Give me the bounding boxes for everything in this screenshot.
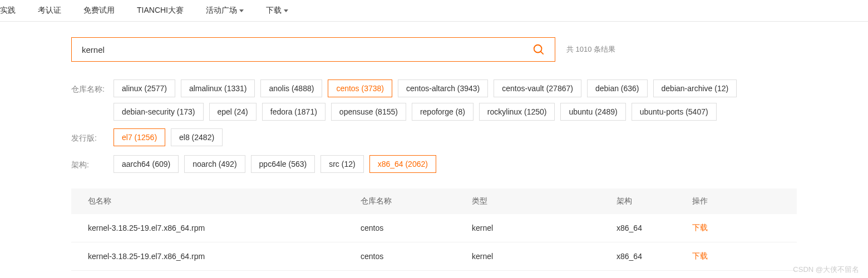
search-input[interactable] [82, 45, 532, 54]
watermark: CSDN @大侠不留名 [793, 265, 859, 271]
table-row: kernel-3.18.25-19.el7.x86_64.rpmcentoske… [71, 242, 797, 271]
filter-tag[interactable]: anolis (4888) [260, 80, 322, 97]
filter-tag[interactable]: debian-security (173) [114, 103, 204, 121]
cell-arch: x86_64 [600, 252, 675, 261]
nav-item-tianchi[interactable]: TIANCHI大赛 [137, 6, 184, 16]
filter-tag[interactable]: opensuse (8155) [331, 103, 406, 121]
nav-item-download[interactable]: 下载 [266, 6, 288, 16]
search-row: 共 1010 条结果 [71, 37, 797, 62]
filter-tag[interactable]: aarch64 (609) [114, 155, 179, 173]
filter-tag[interactable]: epel (24) [209, 103, 257, 121]
filter-tags-arch: aarch64 (609)noarch (492)ppc64le (563)sr… [114, 155, 436, 173]
th-arch: 架构 [600, 196, 675, 206]
filter-tag[interactable]: el8 (2482) [171, 128, 223, 146]
table-row: kernel-3.18.25-19.el7.x86_64.rpmcentoske… [71, 214, 797, 242]
filter-tag[interactable]: centos-vault (27867) [494, 80, 581, 97]
filter-tag[interactable]: noarch (492) [184, 155, 245, 173]
filter-tag[interactable]: alinux (2577) [114, 80, 175, 97]
filter-tag[interactable]: x86_64 (2062) [369, 155, 436, 173]
chevron-down-icon [284, 9, 288, 12]
top-nav: 实践 考认证 免费试用 TIANCHI大赛 活动广场 下载 [0, 0, 868, 22]
filter-tag[interactable]: repoforge (8) [412, 103, 474, 121]
filter-tag[interactable]: ubuntu (2489) [560, 103, 625, 121]
filter-tag[interactable]: almalinux (1331) [181, 80, 255, 97]
filter-tag[interactable]: centos (3738) [328, 80, 392, 97]
th-name: 包名称 [71, 196, 344, 206]
nav-item-practice[interactable]: 实践 [0, 6, 16, 16]
filter-tag[interactable]: debian-archive (12) [653, 80, 737, 97]
download-link[interactable]: 下载 [692, 223, 708, 232]
filter-row-repo: 仓库名称: alinux (2577)almalinux (1331)anoli… [71, 80, 797, 121]
filter-label-arch: 架构: [71, 155, 114, 174]
nav-label: 下载 [266, 6, 282, 16]
nav-item-events[interactable]: 活动广场 [206, 6, 244, 16]
filter-tag[interactable]: el7 (1256) [114, 128, 165, 146]
download-link[interactable]: 下载 [692, 251, 708, 260]
nav-label: 实践 [0, 6, 16, 16]
filter-tags-repo: alinux (2577)almalinux (1331)anolis (488… [114, 80, 797, 121]
cell-arch: x86_64 [600, 224, 675, 232]
filter-tags-dist: el7 (1256)el8 (2482) [114, 128, 223, 146]
filter-row-dist: 发行版: el7 (1256)el8 (2482) [71, 128, 797, 147]
filter-tag[interactable]: fedora (1871) [262, 103, 326, 121]
main-content: 共 1010 条结果 仓库名称: alinux (2577)almalinux … [0, 37, 868, 271]
cell-name: kernel-3.18.25-19.el7.x86_64.rpm [71, 252, 344, 261]
th-repo: 仓库名称 [344, 196, 455, 206]
svg-line-1 [541, 52, 544, 54]
table-header: 包名称 仓库名称 类型 架构 操作 [71, 188, 797, 214]
nav-label: TIANCHI大赛 [137, 6, 184, 16]
cell-type: kernel [455, 252, 600, 261]
filter-tag[interactable]: rockylinux (1250) [479, 103, 555, 121]
nav-label: 免费试用 [83, 6, 115, 16]
chevron-down-icon [239, 9, 244, 12]
filter-tag[interactable]: ubuntu-ports (5407) [632, 103, 717, 121]
cell-repo: centos [344, 252, 455, 261]
filter-label-repo: 仓库名称: [71, 80, 114, 98]
nav-item-exam[interactable]: 考认证 [38, 6, 61, 16]
cell-name: kernel-3.18.25-19.el7.x86_64.rpm [71, 224, 344, 232]
svg-point-0 [534, 45, 542, 53]
th-action: 操作 [675, 196, 742, 206]
search-icon[interactable] [532, 43, 545, 56]
filter-tag[interactable]: debian (636) [587, 80, 648, 97]
cell-type: kernel [455, 224, 600, 232]
filter-label-dist: 发行版: [71, 128, 114, 147]
results-table: 包名称 仓库名称 类型 架构 操作 kernel-3.18.25-19.el7.… [71, 188, 797, 271]
filter-row-arch: 架构: aarch64 (609)noarch (492)ppc64le (56… [71, 155, 797, 174]
filters: 仓库名称: alinux (2577)almalinux (1331)anoli… [71, 80, 797, 174]
table-body: kernel-3.18.25-19.el7.x86_64.rpmcentoske… [71, 214, 797, 271]
search-box [71, 37, 555, 62]
result-count: 共 1010 条结果 [566, 44, 615, 54]
filter-tag[interactable]: ppc64le (563) [251, 155, 315, 173]
cell-repo: centos [344, 224, 455, 232]
filter-tag[interactable]: centos-altarch (3943) [398, 80, 488, 97]
th-type: 类型 [455, 196, 600, 206]
nav-label: 考认证 [38, 6, 61, 16]
nav-item-freetrial[interactable]: 免费试用 [83, 6, 115, 16]
nav-label: 活动广场 [206, 6, 237, 16]
filter-tag[interactable]: src (12) [320, 155, 363, 173]
